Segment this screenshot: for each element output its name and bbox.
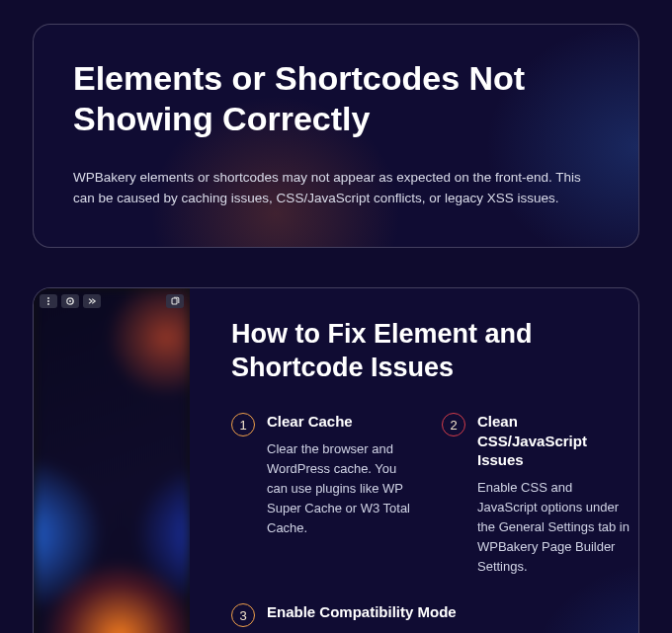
fix-content: How to Fix Element and Shortcode Issues …: [190, 288, 639, 633]
svg-point-4: [69, 300, 71, 302]
view-icon[interactable]: [61, 294, 79, 308]
step-1: 1 Clear Cache Clear the browser and Word…: [231, 412, 414, 577]
svg-point-1: [47, 300, 49, 302]
step-number: 2: [442, 413, 465, 436]
expand-icon[interactable]: [83, 294, 101, 308]
fix-card: How to Fix Element and Shortcode Issues …: [33, 287, 639, 633]
thumbnail-art: [34, 288, 190, 633]
step-3: 3 Enable Compatibility Mode Enable Legac…: [231, 602, 623, 633]
step-2: 2 Clean CSS/JavaScript Issues Enable CSS…: [442, 412, 630, 577]
copy-icon[interactable]: [166, 294, 184, 308]
intro-body: WPBakery elements or shortcodes may not …: [73, 167, 599, 209]
thumbnail-toolbar: [40, 294, 101, 308]
step-number: 3: [231, 603, 255, 627]
svg-point-0: [47, 297, 49, 299]
step-body: Enable CSS and JavaScript options under …: [477, 478, 630, 578]
thumbnail-panel: [34, 288, 190, 633]
step-body: Clear the browser and WordPress cache. Y…: [267, 439, 414, 539]
step-title: Clean CSS/JavaScript Issues: [477, 412, 630, 470]
overflow-icon[interactable]: [40, 294, 57, 308]
svg-rect-5: [172, 298, 177, 304]
svg-point-2: [47, 303, 49, 305]
step-title: Clear Cache: [267, 412, 414, 432]
fix-title: How to Fix Element and Shortcode Issues: [231, 318, 607, 385]
step-title: Enable Compatibility Mode: [267, 602, 623, 622]
step-number: 1: [231, 413, 255, 436]
intro-title: Elements or Shortcodes Not Showing Corre…: [73, 58, 587, 139]
intro-card: Elements or Shortcodes Not Showing Corre…: [33, 24, 639, 248]
